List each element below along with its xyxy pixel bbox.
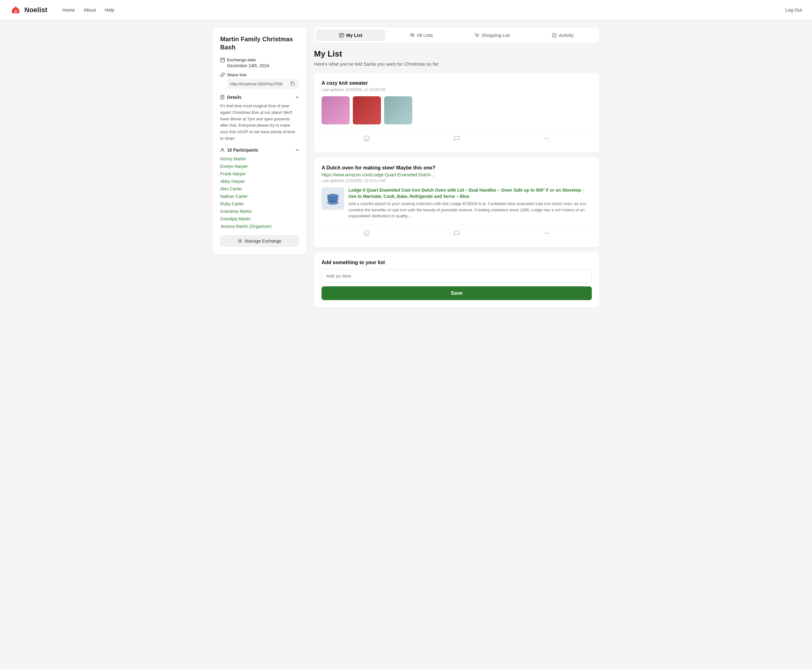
main-content: My List All Lists Shopping List [314,27,599,308]
copy-icon [290,81,295,86]
tab-my-list[interactable]: My List [316,29,385,41]
svg-point-2 [15,5,17,7]
svg-point-34 [548,233,549,234]
share-link-url: http://localhost:3000/hrp7DW [230,82,287,86]
nav-help[interactable]: Help [105,7,115,12]
exchange-date-value: December 24th, 2024 [220,63,299,68]
brand-logo[interactable]: Noelist [10,4,47,16]
add-item-title: Add something to your list [322,260,592,266]
participant-item[interactable]: Grandpa Martin [220,216,299,221]
dutch-oven-product-title[interactable]: Lodge 6 Quart Enameled Cast Iron Dutch O… [349,187,592,200]
sidebar-meta: Exchange date December 24th, 2024 Share … [220,57,299,89]
exchange-date-row: Exchange date December 24th, 2024 [220,57,299,68]
app-layout: Martin Family Christmas Bash Exchange da… [203,20,609,315]
details-label: Details [227,95,241,100]
svg-point-32 [545,233,546,234]
participant-list: Kenny MartinEvelyn HarperFrank HarperAbb… [220,156,299,229]
manage-exchange-button[interactable]: Manage Exchange [220,235,299,247]
users-icon [410,33,415,38]
add-item-card: Add something to your list Save [314,252,599,308]
svg-rect-28 [337,198,339,200]
wish-item-1: A cozy knit sweater Last updated: 12/3/2… [314,73,599,153]
svg-point-29 [364,230,369,236]
tabs: My List All Lists Shopping List [314,27,599,43]
svg-rect-27 [327,198,329,200]
wish-item-2-link[interactable]: https://www.amazon.com/Lodge-Quart-Ename… [322,172,592,177]
page-subtitle: Here's what you've told Santa you want f… [314,61,599,67]
person-icon [220,148,224,152]
participant-item[interactable]: Grandma Martin [220,209,299,214]
tab-activity[interactable]: Activity [528,29,597,41]
participants-toggle[interactable]: 10 Participants [220,148,299,153]
more-button-2[interactable] [540,228,554,240]
react-button-1[interactable] [360,133,374,145]
exchange-date-label: Exchange date [220,57,299,62]
participant-item[interactable]: Nathan Carter [220,194,299,199]
emoji-icon [364,135,370,141]
dutch-oven-product-desc: Add a colorful splash to your cooking co… [349,201,586,218]
gear-icon [238,239,243,243]
participant-item[interactable]: Jessica Martin (Organizer) [220,224,299,229]
sidebar: Martin Family Christmas Bash Exchange da… [213,27,307,254]
wish-item-2: A Dutch oven for making stew! Maybe this… [314,158,599,247]
chevron-up-icon [295,95,299,99]
svg-point-18 [545,138,546,139]
details-text: It's that time most magical time of year… [220,103,299,142]
svg-point-3 [14,9,17,13]
more-icon-2 [544,230,550,236]
svg-point-10 [411,34,412,35]
svg-point-19 [546,138,548,139]
link-preview-info: Lodge 6 Quart Enameled Cast Iron Dutch O… [349,187,592,219]
svg-point-13 [478,37,478,37]
participants-label: 10 Participants [227,148,258,153]
emoji-icon-2 [364,230,370,236]
participant-item[interactable]: Evelyn Harper [220,164,299,169]
sweater-image-1 [322,96,350,124]
participant-item[interactable]: Abby Harper [220,179,299,184]
svg-point-26 [332,194,334,196]
add-item-input[interactable] [322,269,592,282]
chevron-up-participants-icon [295,148,299,152]
svg-point-8 [239,240,241,242]
nav-about[interactable]: About [84,7,96,12]
participant-item[interactable]: Alex Carter [220,186,299,191]
brand-name: Noelist [24,6,47,14]
svg-point-33 [546,233,548,234]
svg-rect-14 [553,34,556,37]
react-button-2[interactable] [360,228,374,240]
comment-button-1[interactable] [450,133,463,145]
logout-button[interactable]: Log Out [785,7,802,12]
link-icon [220,72,225,77]
nav-home[interactable]: Home [62,7,75,12]
link-preview: Lodge 6 Quart Enameled Cast Iron Dutch O… [322,187,592,219]
tab-all-lists[interactable]: All Lists [387,29,456,41]
wish-item-1-actions [322,129,592,145]
svg-point-17 [367,138,368,138]
copy-link-button[interactable] [289,81,296,87]
sweater-image-3 [384,96,412,124]
details-toggle[interactable]: Details [220,95,299,100]
wish-item-2-updated: Last updated: 12/3/2024, 12:14:11 AM [322,178,592,183]
svg-point-20 [548,138,549,139]
comment-button-2[interactable] [450,228,463,240]
participant-item[interactable]: Frank Harper [220,171,299,176]
svg-point-11 [413,34,414,35]
manage-btn-label: Manage Exchange [245,239,281,244]
share-link-label: Share link [220,72,299,77]
sweater-image-2 [353,96,381,124]
participant-item[interactable]: Ruby Carter [220,201,299,206]
calendar-icon [220,57,225,62]
navbar: Noelist Home About Help Log Out [0,0,812,20]
svg-point-15 [364,136,369,141]
wish-item-1-title: A cozy knit sweater [322,80,592,86]
comment-icon [453,135,460,141]
participant-item[interactable]: Kenny Martin [220,156,299,161]
more-button-1[interactable] [540,133,554,145]
tab-shopping-list[interactable]: Shopping List [457,29,527,41]
comment-icon-2 [453,230,460,236]
more-icon [544,135,550,141]
list-icon [339,33,344,38]
svg-point-16 [366,138,366,138]
save-button[interactable]: Save [322,286,592,300]
svg-point-1 [12,13,20,16]
